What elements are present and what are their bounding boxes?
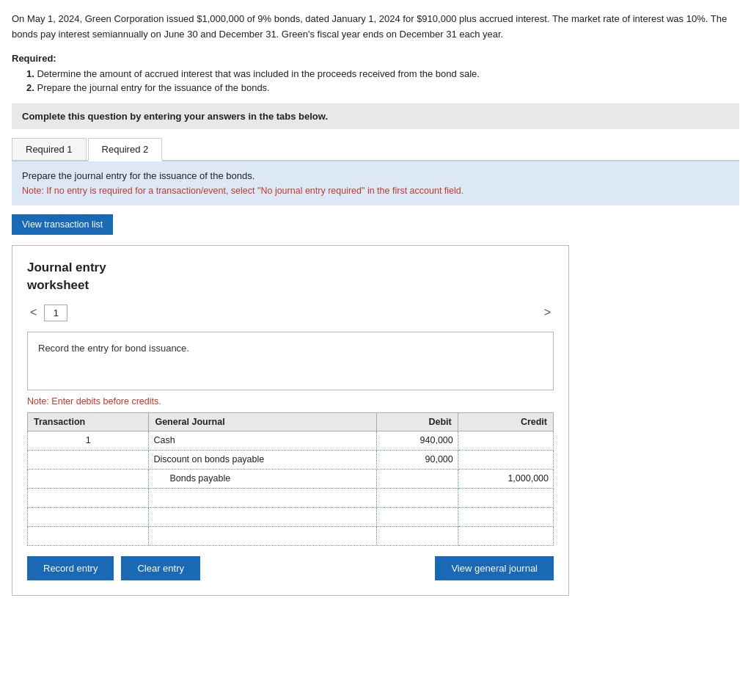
table-row	[28, 507, 554, 526]
view-transaction-button[interactable]: View transaction list	[12, 214, 113, 235]
tabs-row: Required 1 Required 2	[12, 138, 739, 161]
table-row: 1Cash940,000	[28, 431, 554, 450]
cell-transaction-0[interactable]: 1	[28, 431, 149, 450]
cell-credit-1[interactable]	[458, 450, 553, 469]
cell-credit-5[interactable]	[458, 526, 553, 545]
cell-debit-0[interactable]: 940,000	[377, 431, 458, 450]
journal-table: Transaction General Journal Debit Credit…	[27, 412, 554, 546]
tab-required-2[interactable]: Required 2	[88, 138, 163, 161]
cell-transaction-5[interactable]	[28, 526, 149, 545]
cell-account-0[interactable]: Cash	[149, 431, 377, 450]
cell-account-2[interactable]: Bonds payable	[149, 469, 377, 488]
journal-title: Journal entry worksheet	[27, 259, 554, 294]
blue-note-main: Prepare the journal entry for the issuan…	[22, 169, 729, 184]
tab-required-1[interactable]: Required 1	[12, 138, 87, 160]
required-item-1: 1. Determine the amount of accrued inter…	[26, 68, 739, 79]
cell-account-4[interactable]	[149, 507, 377, 526]
entry-description: Record the entry for bond issuance.	[27, 332, 554, 390]
table-row	[28, 488, 554, 507]
record-entry-button[interactable]: Record entry	[27, 556, 114, 580]
col-header-general-journal: General Journal	[149, 412, 377, 431]
note-debits: Note: Enter debits before credits.	[27, 396, 554, 406]
cell-account-3[interactable]	[149, 488, 377, 507]
cell-transaction-2[interactable]	[28, 469, 149, 488]
table-row: Discount on bonds payable90,000	[28, 450, 554, 469]
required-section: Required: 1. Determine the amount of acc…	[12, 53, 739, 93]
blue-note-sub: Note: If no entry is required for a tran…	[22, 183, 729, 198]
cell-debit-1[interactable]: 90,000	[377, 450, 458, 469]
prev-arrow[interactable]: <	[27, 305, 40, 321]
page-number: 1	[44, 305, 67, 321]
cell-credit-4[interactable]	[458, 507, 553, 526]
table-row: Bonds payable1,000,000	[28, 469, 554, 488]
cell-transaction-3[interactable]	[28, 488, 149, 507]
cell-debit-5[interactable]	[377, 526, 458, 545]
cell-debit-2[interactable]	[377, 469, 458, 488]
cell-credit-2[interactable]: 1,000,000	[458, 469, 553, 488]
cell-debit-3[interactable]	[377, 488, 458, 507]
col-header-credit: Credit	[458, 412, 553, 431]
col-header-transaction: Transaction	[28, 412, 149, 431]
clear-entry-button[interactable]: Clear entry	[121, 556, 200, 580]
required-item-2: 2. Prepare the journal entry for the iss…	[26, 82, 739, 93]
table-row	[28, 526, 554, 545]
cell-credit-0[interactable]	[458, 431, 553, 450]
next-arrow[interactable]: >	[541, 305, 554, 321]
bottom-buttons: Record entry Clear entry View general jo…	[27, 556, 554, 580]
col-header-debit: Debit	[377, 412, 458, 431]
cell-account-5[interactable]	[149, 526, 377, 545]
view-general-journal-button[interactable]: View general journal	[435, 556, 554, 580]
instruction-box: Complete this question by entering your …	[12, 103, 739, 129]
required-title: Required:	[12, 53, 739, 64]
cell-account-1[interactable]: Discount on bonds payable	[149, 450, 377, 469]
cell-transaction-4[interactable]	[28, 507, 149, 526]
nav-row: < 1 >	[27, 305, 554, 321]
cell-debit-4[interactable]	[377, 507, 458, 526]
journal-worksheet-box: Journal entry worksheet < 1 > Record the…	[12, 245, 569, 596]
cell-credit-3[interactable]	[458, 488, 553, 507]
intro-paragraph: On May 1, 2024, Green Corporation issued…	[12, 12, 739, 43]
cell-transaction-1[interactable]	[28, 450, 149, 469]
blue-note-box: Prepare the journal entry for the issuan…	[12, 161, 739, 206]
